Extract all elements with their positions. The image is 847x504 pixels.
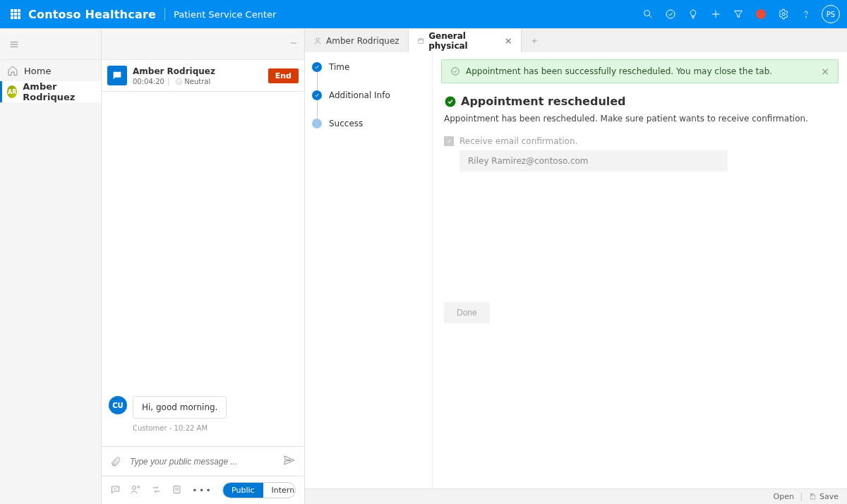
step-additional[interactable]: Additional Info [312, 90, 428, 100]
check-circle-icon [450, 66, 460, 76]
search-icon[interactable] [637, 0, 659, 28]
svg-point-28 [445, 96, 456, 107]
svg-rect-29 [812, 494, 814, 496]
wizard-steps: Time Additional Info Success [305, 52, 432, 488]
tab-label: General physical [428, 31, 498, 51]
minimize-icon[interactable] [289, 38, 299, 50]
sentiment-indicator: Neutral [175, 78, 210, 85]
left-sidebar: Home AR Amber Rodriquez [0, 29, 102, 504]
send-icon[interactable] [283, 454, 296, 469]
email-value: Riley Ramirez@contoso.com [459, 150, 728, 172]
divider [164, 8, 165, 20]
transfer-icon[interactable] [151, 484, 162, 497]
notes-icon[interactable] [172, 484, 182, 497]
app-sub-brand: Patient Service Center [174, 9, 276, 20]
end-conversation-button[interactable]: End [268, 68, 299, 83]
step-complete-icon [312, 90, 322, 100]
svg-point-5 [782, 13, 785, 16]
svg-point-11 [176, 78, 182, 84]
call-timer: 00:04:20 [133, 78, 164, 85]
settings-icon[interactable] [772, 0, 795, 28]
app-header: Contoso Healthcare Patient Service Cente… [0, 0, 847, 28]
svg-point-20 [316, 38, 319, 41]
toast-close-icon[interactable]: × [821, 66, 829, 77]
calendar-icon [417, 37, 425, 45]
filter-icon[interactable] [727, 0, 750, 28]
pill-internal[interactable]: Internal [263, 483, 296, 498]
message-avatar: CU [109, 396, 127, 414]
lightbulb-icon[interactable] [682, 0, 704, 28]
task-icon[interactable] [659, 0, 682, 28]
quick-reply-icon[interactable] [110, 484, 121, 497]
sidebar-label: Home [24, 66, 51, 76]
svg-point-2 [666, 10, 675, 18]
svg-point-16 [138, 486, 140, 488]
person-icon [313, 37, 322, 45]
add-icon[interactable] [704, 0, 727, 28]
sidebar-item-session[interactable]: AR Amber Rodriquez [0, 81, 101, 102]
message-meta: Customer - 10:22 AM [133, 424, 297, 432]
user-avatar[interactable]: PS [822, 5, 840, 23]
step-complete-icon [312, 62, 322, 72]
help-icon[interactable] [795, 0, 817, 28]
conversation-panel-header [102, 29, 304, 60]
step-label: Time [329, 62, 349, 72]
checkbox-icon[interactable] [444, 136, 454, 146]
success-title: Appointment rescheduled [461, 95, 626, 108]
save-icon [809, 493, 817, 500]
message-compose [102, 446, 304, 476]
step-current-icon [312, 119, 322, 128]
conversation-card[interactable]: Amber Rodriquez 00:04:20 | Neutral End [102, 60, 304, 92]
tab-label: Amber Rodriquez [326, 36, 400, 46]
app-launcher-icon[interactable] [10, 8, 21, 20]
done-button[interactable]: Done [444, 302, 490, 323]
tab-customer[interactable]: Amber Rodriquez [305, 29, 409, 52]
svg-point-15 [133, 486, 136, 489]
success-toast: Appointment has been successfully resche… [441, 59, 839, 83]
svg-line-1 [649, 16, 652, 18]
customer-name: Amber Rodriquez [133, 66, 268, 76]
channel-chat-icon [107, 66, 127, 85]
toast-text: Appointment has been successfully resche… [466, 66, 772, 76]
svg-point-0 [644, 11, 650, 16]
tab-add[interactable] [522, 29, 547, 52]
sidebar-label: Amber Rodriquez [23, 81, 94, 102]
sidebar-toggle[interactable] [0, 29, 101, 60]
footer-save[interactable]: Save [819, 492, 839, 501]
status-bar: Open Save [305, 488, 847, 504]
svg-rect-17 [174, 486, 180, 493]
step-success[interactable]: Success [312, 119, 428, 128]
conversation-panel: Amber Rodriquez 00:04:20 | Neutral End C… [102, 29, 305, 504]
compose-toolbar: ••• Public Internal [102, 476, 304, 504]
more-icon[interactable]: ••• [192, 485, 212, 496]
message-input[interactable] [128, 456, 283, 467]
message-bubble: Hi, good morning. [133, 396, 227, 419]
record-icon[interactable] [750, 0, 772, 28]
conversation-transcript: CU Hi, good morning. Customer - 10:22 AM [102, 92, 304, 446]
sidebar-session-avatar: AR [7, 85, 17, 98]
tab-appointment[interactable]: General physical × [409, 29, 522, 52]
step-label: Additional Info [329, 90, 390, 100]
home-icon [7, 65, 18, 76]
app-brand: Contoso Healthcare [28, 8, 156, 21]
success-subtext: Appointment has been rescheduled. Make s… [444, 114, 836, 124]
attach-icon[interactable] [110, 456, 121, 467]
email-confirmation-row: Receive email confirmation. [444, 136, 836, 146]
step-time[interactable]: Time [312, 62, 428, 72]
visibility-toggle[interactable]: Public Internal [222, 482, 296, 498]
svg-point-27 [452, 68, 459, 76]
checkbox-label: Receive email confirmation. [459, 136, 577, 146]
sidebar-item-home[interactable]: Home [0, 60, 101, 81]
message-row: CU Hi, good morning. [109, 396, 297, 419]
consult-icon[interactable] [131, 484, 141, 497]
pill-public[interactable]: Public [223, 483, 263, 498]
success-panel: Appointment has been successfully resche… [432, 52, 847, 488]
footer-open[interactable]: Open [774, 492, 794, 501]
svg-point-6 [805, 16, 806, 17]
check-circle-filled-icon [444, 95, 457, 108]
tab-strip: Amber Rodriquez General physical × [305, 29, 847, 52]
step-label: Success [329, 119, 363, 128]
main-area: Amber Rodriquez General physical × Time [305, 29, 847, 504]
success-heading: Appointment rescheduled [444, 95, 836, 108]
tab-close-icon[interactable]: × [505, 35, 512, 46]
